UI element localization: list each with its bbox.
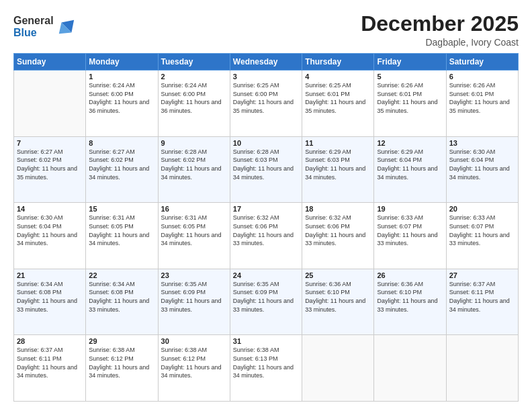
day-number: 10 [233,139,299,147]
day-number: 4 [305,73,371,81]
table-row: 8Sunrise: 6:27 AM Sunset: 6:02 PM Daylig… [86,136,158,203]
page: General Blue December 2025 Dagbaple, Ivo… [0,0,532,411]
table-row: 18Sunrise: 6:32 AM Sunset: 6:06 PM Dayli… [302,203,374,269]
table-row: 17Sunrise: 6:32 AM Sunset: 6:06 PM Dayli… [230,203,302,269]
day-info: Sunrise: 6:31 AM Sunset: 6:05 PM Dayligh… [161,214,227,247]
day-info: Sunrise: 6:25 AM Sunset: 6:01 PM Dayligh… [305,81,371,115]
table-row: 7Sunrise: 6:27 AM Sunset: 6:02 PM Daylig… [14,136,86,203]
day-info: Sunrise: 6:33 AM Sunset: 6:07 PM Dayligh… [377,214,443,247]
day-number: 6 [449,73,515,81]
calendar-week-row: 28Sunrise: 6:37 AM Sunset: 6:11 PM Dayli… [14,335,519,402]
day-number: 30 [161,337,227,345]
col-tuesday: Tuesday [158,54,230,71]
table-row: 30Sunrise: 6:38 AM Sunset: 6:12 PM Dayli… [158,335,230,402]
table-row: 13Sunrise: 6:30 AM Sunset: 6:04 PM Dayli… [446,136,518,203]
location: Dagbaple, Ivory Coast [361,37,519,48]
table-row: 26Sunrise: 6:36 AM Sunset: 6:10 PM Dayli… [374,269,446,335]
day-info: Sunrise: 6:37 AM Sunset: 6:11 PM Dayligh… [449,280,515,314]
calendar-week-row: 14Sunrise: 6:30 AM Sunset: 6:04 PM Dayli… [14,203,519,269]
table-row: 12Sunrise: 6:29 AM Sunset: 6:04 PM Dayli… [374,136,446,203]
table-row: 23Sunrise: 6:35 AM Sunset: 6:09 PM Dayli… [158,269,230,335]
calendar-header-row: Sunday Monday Tuesday Wednesday Thursday… [14,54,519,71]
calendar-week-row: 21Sunrise: 6:34 AM Sunset: 6:08 PM Dayli… [14,269,519,335]
table-row: 16Sunrise: 6:31 AM Sunset: 6:05 PM Dayli… [158,203,230,269]
table-row [374,335,446,402]
day-number: 3 [233,73,299,81]
day-number: 16 [161,205,227,213]
table-row: 28Sunrise: 6:37 AM Sunset: 6:11 PM Dayli… [14,335,86,402]
day-info: Sunrise: 6:24 AM Sunset: 6:00 PM Dayligh… [89,81,154,115]
day-number: 14 [17,205,83,213]
day-number: 2 [161,73,227,81]
table-row: 20Sunrise: 6:33 AM Sunset: 6:07 PM Dayli… [446,203,518,269]
day-number: 15 [89,205,154,213]
header: General Blue December 2025 Dagbaple, Ivo… [13,12,519,48]
table-row: 22Sunrise: 6:34 AM Sunset: 6:08 PM Dayli… [86,269,158,335]
day-number: 24 [233,271,299,279]
day-info: Sunrise: 6:31 AM Sunset: 6:05 PM Dayligh… [89,214,154,247]
table-row: 24Sunrise: 6:35 AM Sunset: 6:09 PM Dayli… [230,269,302,335]
table-row: 21Sunrise: 6:34 AM Sunset: 6:08 PM Dayli… [14,269,86,335]
table-row: 6Sunrise: 6:26 AM Sunset: 6:01 PM Daylig… [446,71,518,137]
table-row: 14Sunrise: 6:30 AM Sunset: 6:04 PM Dayli… [14,203,86,269]
day-number: 17 [233,205,299,213]
day-info: Sunrise: 6:30 AM Sunset: 6:04 PM Dayligh… [17,214,83,247]
day-number: 7 [17,139,83,147]
day-number: 26 [377,271,443,279]
table-row: 19Sunrise: 6:33 AM Sunset: 6:07 PM Dayli… [374,203,446,269]
table-row: 15Sunrise: 6:31 AM Sunset: 6:05 PM Dayli… [86,203,158,269]
table-row: 3Sunrise: 6:25 AM Sunset: 6:00 PM Daylig… [230,71,302,137]
day-info: Sunrise: 6:35 AM Sunset: 6:09 PM Dayligh… [161,280,227,314]
day-info: Sunrise: 6:36 AM Sunset: 6:10 PM Dayligh… [377,280,443,314]
table-row: 31Sunrise: 6:38 AM Sunset: 6:13 PM Dayli… [230,335,302,402]
day-info: Sunrise: 6:38 AM Sunset: 6:13 PM Dayligh… [233,346,299,379]
day-number: 5 [377,73,443,81]
table-row [446,335,518,402]
day-info: Sunrise: 6:34 AM Sunset: 6:08 PM Dayligh… [89,280,154,314]
day-number: 12 [377,139,443,147]
col-friday: Friday [374,54,446,71]
day-info: Sunrise: 6:32 AM Sunset: 6:06 PM Dayligh… [305,214,371,247]
table-row: 29Sunrise: 6:38 AM Sunset: 6:12 PM Dayli… [86,335,158,402]
day-info: Sunrise: 6:27 AM Sunset: 6:02 PM Dayligh… [89,148,154,181]
day-info: Sunrise: 6:25 AM Sunset: 6:00 PM Dayligh… [233,81,299,115]
day-number: 8 [89,139,154,147]
logo-text: General Blue [13,15,54,38]
day-number: 9 [161,139,227,147]
table-row: 10Sunrise: 6:28 AM Sunset: 6:03 PM Dayli… [230,136,302,203]
day-number: 11 [305,139,371,147]
day-number: 18 [305,205,371,213]
day-number: 23 [161,271,227,279]
day-number: 20 [449,205,515,213]
day-number: 27 [449,271,515,279]
table-row: 27Sunrise: 6:37 AM Sunset: 6:11 PM Dayli… [446,269,518,335]
col-wednesday: Wednesday [230,54,302,71]
day-info: Sunrise: 6:36 AM Sunset: 6:10 PM Dayligh… [305,280,371,314]
day-info: Sunrise: 6:24 AM Sunset: 6:00 PM Dayligh… [161,81,227,115]
day-info: Sunrise: 6:30 AM Sunset: 6:04 PM Dayligh… [449,148,515,181]
logo-general: General [13,15,54,27]
day-info: Sunrise: 6:26 AM Sunset: 6:01 PM Dayligh… [449,81,515,115]
calendar-table: Sunday Monday Tuesday Wednesday Thursday… [13,53,519,402]
col-saturday: Saturday [446,54,518,71]
day-info: Sunrise: 6:27 AM Sunset: 6:02 PM Dayligh… [17,148,83,181]
col-sunday: Sunday [14,54,86,71]
table-row [14,71,86,137]
day-info: Sunrise: 6:38 AM Sunset: 6:12 PM Dayligh… [89,346,154,379]
table-row: 9Sunrise: 6:28 AM Sunset: 6:02 PM Daylig… [158,136,230,203]
day-number: 22 [89,271,154,279]
day-info: Sunrise: 6:38 AM Sunset: 6:12 PM Dayligh… [161,346,227,379]
table-row: 2Sunrise: 6:24 AM Sunset: 6:00 PM Daylig… [158,71,230,137]
day-info: Sunrise: 6:33 AM Sunset: 6:07 PM Dayligh… [449,214,515,247]
day-info: Sunrise: 6:29 AM Sunset: 6:04 PM Dayligh… [377,148,443,181]
day-number: 29 [89,337,154,345]
day-number: 25 [305,271,371,279]
day-info: Sunrise: 6:26 AM Sunset: 6:01 PM Dayligh… [377,81,443,115]
month-title: December 2025 [361,12,519,36]
day-number: 19 [377,205,443,213]
day-info: Sunrise: 6:32 AM Sunset: 6:06 PM Dayligh… [233,214,299,247]
table-row: 4Sunrise: 6:25 AM Sunset: 6:01 PM Daylig… [302,71,374,137]
title-block: December 2025 Dagbaple, Ivory Coast [361,12,519,48]
day-info: Sunrise: 6:37 AM Sunset: 6:11 PM Dayligh… [17,346,83,379]
logo: General Blue [13,15,75,38]
